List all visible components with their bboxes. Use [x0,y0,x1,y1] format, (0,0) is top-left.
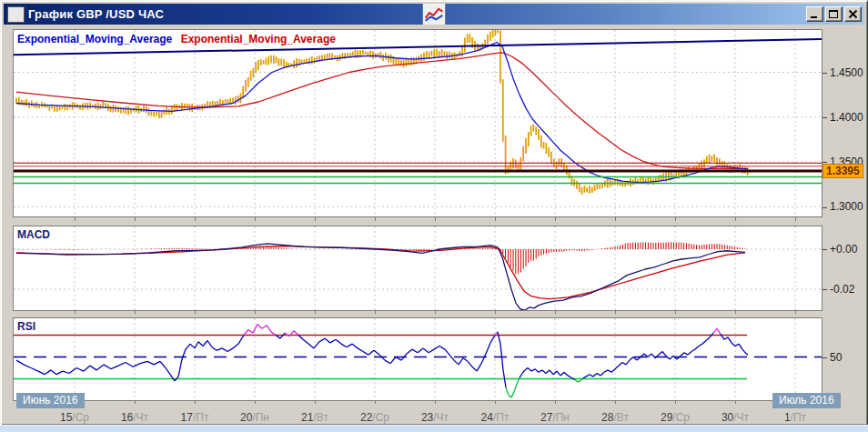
price-tick-1.3000: 1.3000 [823,200,863,213]
date-label-24: 24/Пт [481,411,510,424]
time-tick [255,217,256,221]
macd-tick-+0.00: +0.00 [823,243,857,256]
workspace-strip [0,425,868,432]
macd-label: MACD [17,228,50,241]
current-price-badge: 1.3395 [823,164,863,178]
price-scale[interactable]: 1.45001.40001.35001.3000+0.00-0.02501.33… [820,25,867,426]
time-tick [675,217,676,221]
time-tick [135,310,136,314]
close-button[interactable] [844,6,862,22]
minimize-icon [807,7,823,21]
date-label-30: 30/Чт [722,411,749,424]
time-tick [135,400,136,404]
date-label-15: 15/Ср [60,411,89,424]
time-tick [675,400,676,404]
date-label-1: 1/Пт [784,411,806,424]
title-bar[interactable]: График GBP /USD ЧАС [4,4,864,25]
time-tick [735,310,736,314]
time-tick [555,310,556,314]
date-label-20: 20/Пн [240,411,269,424]
ema-label-blue: Exponential_Moving_Average [17,33,172,45]
price-chart-surface[interactable] [14,30,822,216]
date-label-23: 23/Чт [421,411,449,424]
time-tick [735,400,736,404]
time-tick [315,310,316,314]
time-tick [315,217,316,221]
time-tick [75,310,76,314]
time-tick [435,217,436,221]
month-badge-july: Июль 2016 [772,393,841,408]
time-tick [555,217,556,221]
time-tick [795,217,796,221]
time-tick [195,400,196,404]
maximize-button[interactable] [825,6,843,22]
macd-tick--0.02: -0.02 [823,283,854,296]
time-tick [555,400,556,404]
date-label-28: 28/Вт [601,411,629,424]
date-label-21: 21/Вт [301,411,328,424]
time-tick [495,310,496,314]
date-label-17: 17/Пт [181,411,209,424]
time-tick [615,217,616,221]
rsi-chart-surface[interactable] [14,318,822,400]
chart-window: График GBP /USD ЧАС [0,0,868,426]
indicator-labels: Exponential_Moving_Average Exponential_M… [17,33,341,45]
time-tick [435,400,436,404]
rsi-tick-50: 50 [823,351,842,364]
time-tick [615,400,616,404]
time-tick [195,217,196,221]
time-tick [255,400,256,404]
macd-chart-surface[interactable] [14,226,822,310]
price-tick-1.4000: 1.4000 [823,111,863,124]
time-tick [495,217,496,221]
chart-client-area: Exponential_Moving_Average Exponential_M… [4,25,864,422]
rsi-label: RSI [17,320,35,333]
time-tick [75,217,76,221]
ema-label-red: Exponential_Moving_Average [181,33,336,45]
date-label-29: 29/Ср [661,411,690,424]
minimize-button[interactable] [806,6,823,22]
price-tick-1.4500: 1.4500 [823,66,863,79]
month-badge-june: Июнь 2016 [16,393,85,408]
chart-icon [7,6,25,23]
date-label-16: 16/Чт [121,411,148,424]
time-tick [195,310,196,314]
rsi-panel[interactable]: RSI [13,317,823,401]
date-label-22: 22/Ср [360,411,389,424]
time-tick [375,217,376,221]
time-tick [615,310,616,314]
date-label-27: 27/Пн [540,411,570,424]
time-tick [255,310,256,314]
time-tick [375,310,376,314]
time-tick [795,310,796,314]
time-tick [495,400,496,404]
close-icon [845,7,861,21]
time-tick [315,400,316,404]
maximize-icon [826,7,842,21]
price-panel[interactable]: Exponential_Moving_Average Exponential_M… [13,29,823,217]
time-tick [135,217,136,221]
time-tick [675,310,676,314]
macd-panel[interactable]: MACD [13,226,823,311]
time-tick [435,310,436,314]
time-tick [375,400,376,404]
time-tick [735,217,736,221]
